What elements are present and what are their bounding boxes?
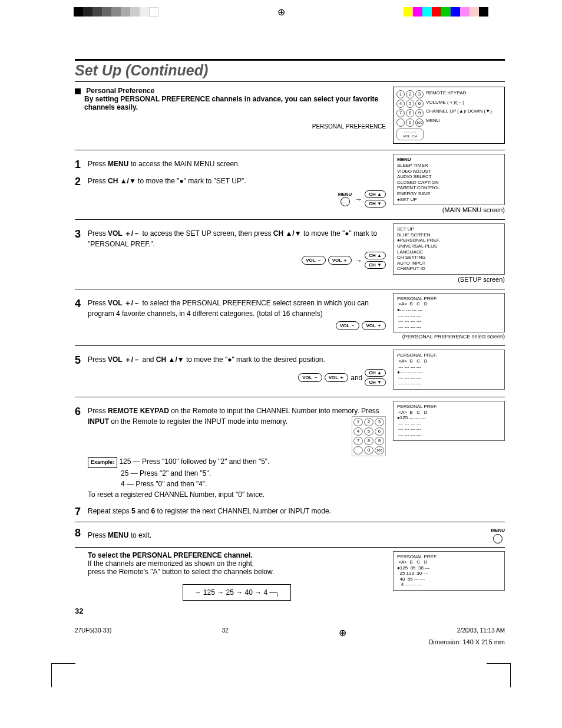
step-4: 4 Press VOL ＋/－ to select the PERSONAL P…	[75, 298, 386, 319]
menu-button-icon	[493, 534, 503, 543]
vol-plus-button: VOL ＋	[328, 256, 352, 265]
arrow-icon: →	[354, 256, 362, 265]
footer-dim: Dimension: 140 X 215 mm	[75, 638, 505, 645]
step-2: 2 Press CH ▲/▼ to move the "●" mark to "…	[75, 176, 386, 188]
arrow-icon: →	[354, 195, 362, 204]
select-pp-title: To select the PERSONAL PREFERENCE channe…	[88, 551, 386, 559]
step-6: 6 Press REMOTE KEYPAD on the Remote to i…	[75, 406, 386, 500]
controls-step5: VOL － VOL ＋ and CH ▲ CH ▼	[75, 369, 386, 386]
keypad-icon: 1234567890100	[352, 416, 386, 456]
colorbar-grayscale	[74, 7, 158, 17]
controls-step2: MENU → CH ▲ CH ▼	[75, 190, 386, 207]
footer-mid: 32	[222, 627, 229, 638]
remote-label-volume: VOLUME (＋)/(－)	[426, 100, 492, 106]
example-label: Example:	[88, 457, 117, 468]
remote-label-channel: CHANNEL UP (▲)/ DOWN (▼)	[426, 108, 492, 114]
footer-right: 2/20/03, 11:13 AM	[457, 627, 505, 638]
step-8: 8 Press MENU to exit. MENU	[75, 527, 505, 543]
select-pp-line2: press the Remote's "A" button to select …	[88, 568, 386, 576]
cycle-diagram: → 125 → 25 → 40 → 4 ─┐	[183, 584, 290, 601]
remote-diagram: 123 456 789 0100 ○ ○ ○ ○VOL CH REMOTE KE…	[393, 87, 505, 144]
manual-page: ⊕ Set Up (Continued) Personal Preference…	[39, 0, 523, 699]
main-menu-screen: MENU SLEEP TIMER VIDEO ADJUST AUDIO SELE…	[393, 154, 505, 205]
step-5: 5 Press VOL ＋/－ and CH ▲/▼ to move the "…	[75, 354, 386, 367]
step-7: 7 Repeat steps 5 and 6 to register the n…	[75, 506, 505, 518]
setup-caption: (SETUP screen)	[393, 276, 505, 283]
footer-left: 27UF5(30-33)	[75, 627, 111, 638]
pref-heading: Personal Preference	[86, 87, 154, 95]
bullet-icon	[75, 88, 81, 94]
controls-step3: VOL － VOL ＋ → CH ▲ CH ▼	[75, 252, 386, 269]
section-title: Set Up (Continued)	[75, 62, 208, 78]
setup-screen: SET UP BLUE SCREEN ●PERSONAL PREF. UNIVE…	[393, 223, 505, 275]
pp-screen-final: PERSONAL PREF. <A> B C D ●125 85 38 --- …	[393, 551, 505, 591]
step-1: 1 Press MENU to access the MAIN MENU scr…	[75, 159, 386, 171]
pp-select-screen: PERSONAL PREF. <A> B C D ●--- --- --- --…	[393, 293, 505, 333]
print-crop-bottom	[51, 663, 511, 687]
registration-mark-bottom: ⊕	[339, 627, 346, 638]
print-footer: 27UF5(30-33) 32 ⊕ 2/20/03, 11:13 AM	[75, 627, 505, 638]
select-pp-line1: If the channels are memorized as shown o…	[88, 559, 386, 568]
remote-label-keypad: REMOTE KEYPAD	[426, 90, 492, 96]
vol-minus-button: VOL －	[302, 256, 326, 265]
controls-step4: VOL － VOL ＋	[75, 321, 386, 330]
pp-screen-step6: PERSONAL PREF. <A> B C D ●125 --- --- --…	[393, 401, 505, 441]
pp-select-caption: (PERSONAL PREFERENCE select screen)	[393, 334, 505, 340]
menu-button-icon	[340, 197, 350, 206]
colorbar-cmyk	[404, 7, 488, 17]
registration-mark-top: ⊕	[163, 6, 399, 18]
section-title-bar: Set Up (Continued)	[75, 59, 505, 82]
page-number: 32	[75, 607, 505, 615]
remote-label-menu: MENU	[426, 118, 492, 124]
pref-desc: By setting PERSONAL PREFERENCE channels …	[84, 95, 386, 111]
pp-screen-step5: PERSONAL PREF. <A> B C D --- --- --- ---…	[393, 350, 505, 390]
label-personal-preference: PERSONAL PREFERENCE	[75, 123, 386, 130]
main-menu-caption: (MAIN MENU screen)	[393, 206, 505, 213]
ch-down-button: CH ▼	[365, 200, 386, 207]
print-crop-top: ⊕	[39, 0, 523, 24]
ch-up-button: CH ▲	[365, 190, 386, 198]
step-3: 3 Press VOL ＋/－ to access the SET UP scr…	[75, 228, 386, 249]
